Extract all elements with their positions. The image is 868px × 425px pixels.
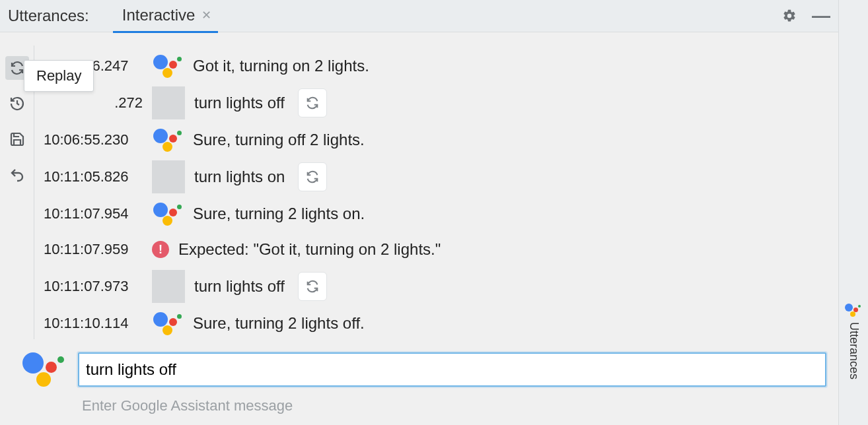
undo-button[interactable]	[5, 163, 29, 187]
input-placeholder: Enter Google Assistant message	[82, 397, 826, 414]
row-replay-button[interactable]	[298, 162, 327, 191]
log-row: 10:11:05.826 turn lights on	[44, 160, 825, 193]
row-replay-button[interactable]	[298, 272, 327, 301]
save-button[interactable]	[5, 127, 29, 151]
assistant-icon	[152, 201, 184, 227]
log-row: 10:06:55.230 Sure, turning off 2 lights.	[44, 125, 825, 155]
assistant-message: Sure, turning 2 lights on.	[193, 205, 365, 223]
user-avatar	[152, 270, 185, 303]
replay-tooltip: Replay	[24, 60, 94, 92]
log-row: .272 turn lights off	[44, 86, 825, 119]
user-message: turn lights off	[194, 94, 285, 112]
tab-label: Interactive	[122, 6, 196, 24]
conversation-log: 10:04:36.247 Got it, turning on 2 lights…	[34, 32, 838, 339]
side-panel-utterances[interactable]: Utterances	[838, 0, 868, 425]
timestamp: .272	[44, 94, 143, 112]
log-row: 10:11:07.973 turn lights off	[44, 270, 825, 303]
input-bar: Enter Google Assistant message	[0, 339, 838, 425]
user-message: turn lights on	[194, 168, 285, 186]
assistant-message: Sure, turning off 2 lights.	[193, 131, 365, 149]
timestamp: 10:11:07.959	[44, 241, 143, 258]
panel-title: Utterances:	[8, 7, 89, 25]
row-replay-button[interactable]	[298, 88, 327, 117]
assistant-icon	[152, 127, 184, 153]
log-row: 10:11:07.959 ! Expected: "Got it, turnin…	[44, 234, 825, 265]
user-message: turn lights off	[194, 277, 285, 296]
message-input[interactable]	[78, 352, 826, 387]
timestamp: 10:11:07.973	[44, 278, 143, 295]
side-panel-label: Utterances	[847, 322, 861, 379]
tab-bar: Utterances: Interactive ✕ —	[0, 0, 838, 32]
tab-interactive[interactable]: Interactive ✕	[113, 0, 219, 33]
user-avatar	[152, 160, 185, 193]
timestamp: 10:11:10.114	[44, 315, 143, 332]
timestamp: 10:11:05.826	[44, 168, 143, 185]
assistant-icon	[845, 304, 862, 318]
minimize-icon[interactable]: —	[812, 7, 830, 25]
user-avatar	[152, 86, 185, 119]
timestamp: 10:11:07.954	[44, 205, 143, 222]
assistant-icon	[152, 53, 184, 79]
error-icon: !	[152, 241, 169, 258]
history-button[interactable]	[5, 92, 29, 115]
log-row: 10:11:10.114 Sure, turning 2 lights off.	[44, 308, 825, 339]
log-row: 10:04:36.247 Got it, turning on 2 lights…	[44, 51, 825, 81]
assistant-message: Got it, turning on 2 lights.	[193, 57, 369, 75]
assistant-icon	[21, 351, 67, 388]
gear-icon[interactable]	[780, 7, 799, 25]
log-row: 10:11:07.954 Sure, turning 2 lights on.	[44, 199, 825, 229]
close-icon[interactable]: ✕	[201, 8, 211, 22]
assistant-message: Sure, turning 2 lights off.	[193, 314, 365, 333]
assistant-icon	[152, 310, 184, 337]
expected-message: Expected: "Got it, turning on 2 lights."	[178, 240, 441, 259]
gutter-toolbar: Replay	[0, 32, 34, 339]
timestamp: 10:06:55.230	[44, 131, 143, 148]
